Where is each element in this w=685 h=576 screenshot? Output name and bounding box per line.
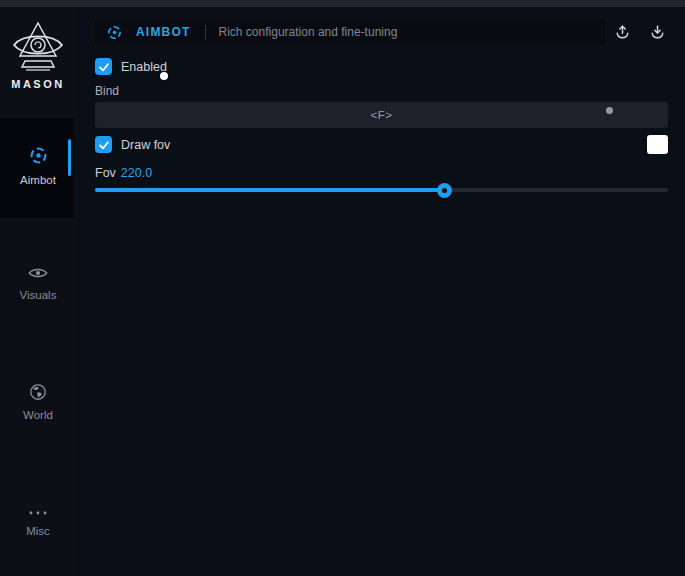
draw-fov-label: Draw fov [121, 138, 170, 152]
enabled-label: Enabled [121, 60, 167, 74]
app-window: MASON Aimbot Visuals [0, 0, 685, 576]
upload-config-button[interactable] [608, 20, 636, 44]
section-subtitle: Rich configuration and fine-tuning [219, 25, 398, 39]
download-icon [649, 24, 666, 40]
sidebar-item-aimbot[interactable]: Aimbot [0, 145, 76, 186]
sidebar-item-misc[interactable]: Misc [0, 503, 76, 537]
fov-slider-thumb[interactable] [437, 183, 452, 198]
pyramid-eye-icon [12, 21, 64, 73]
sidebar: MASON Aimbot Visuals [0, 7, 76, 576]
section-header: AIMBOT Rich configuration and fine-tunin… [93, 17, 607, 47]
fov-value: 220.0 [121, 166, 152, 180]
globe-icon [29, 383, 47, 405]
brand-logo: MASON [0, 21, 76, 90]
sidebar-item-label: Visuals [0, 289, 76, 301]
bind-input[interactable]: <F> [95, 102, 668, 128]
sidebar-item-label: Misc [0, 525, 76, 537]
draw-fov-checkbox[interactable] [95, 136, 112, 153]
section-title: AIMBOT [136, 25, 191, 39]
fov-label: Fov [95, 166, 116, 180]
fov-slider[interactable] [95, 188, 668, 192]
window-top-strip [0, 0, 685, 7]
sidebar-item-label: World [0, 409, 76, 421]
brand-name: MASON [0, 78, 76, 90]
bind-field-dot [606, 107, 613, 114]
sidebar-item-label: Aimbot [0, 174, 76, 186]
crosshair-icon [28, 145, 49, 170]
enabled-checkbox[interactable] [95, 58, 112, 75]
upload-icon [614, 24, 631, 40]
check-icon [97, 138, 111, 152]
sidebar-item-visuals[interactable]: Visuals [0, 265, 76, 301]
mouse-cursor-dot [160, 72, 168, 80]
fov-value-row: Fov220.0 [95, 166, 152, 180]
bind-label: Bind [95, 84, 119, 98]
draw-fov-color-swatch[interactable] [647, 135, 668, 154]
download-config-button[interactable] [643, 20, 671, 44]
fov-slider-fill [95, 188, 445, 192]
sidebar-item-world[interactable]: World [0, 383, 76, 421]
ellipsis-icon [27, 503, 49, 521]
eye-icon [27, 265, 49, 285]
header-divider [205, 25, 206, 40]
check-icon [97, 60, 111, 74]
crosshair-icon [106, 24, 123, 41]
